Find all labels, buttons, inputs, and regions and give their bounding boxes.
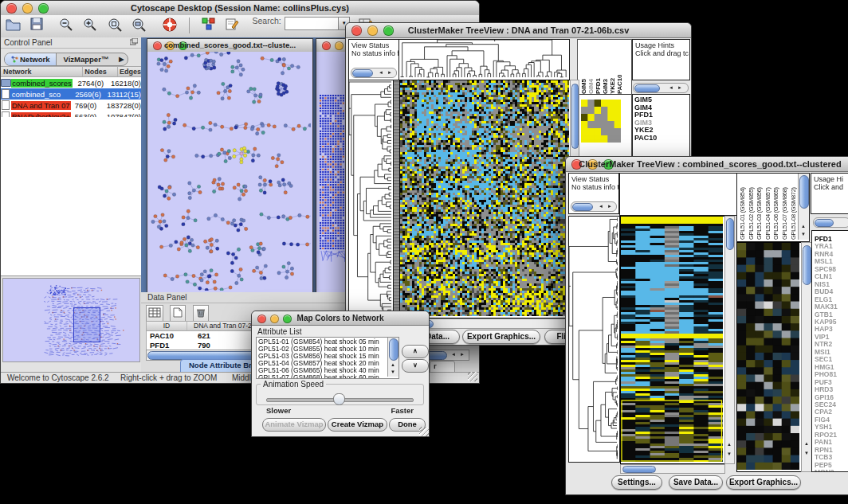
scroll-right-arrow[interactable]: ► [676,84,684,92]
animate-vizmap-button[interactable]: Animate Vizmap [262,418,326,432]
row-dendrogram-canvas[interactable] [569,217,618,460]
scroll-up-arrow[interactable]: ▲ [799,223,807,230]
scrollbar-thumb[interactable] [352,69,373,77]
tab-vizmapper[interactable]: VizMapper™ [57,53,115,65]
column-label[interactable]: GPL51-02 (GSM855) [748,174,756,240]
attribute-items[interactable]: GPL51-01 (GSM854) heat shock 05 minGPL51… [257,338,398,379]
vizmapper-icon[interactable] [202,18,216,34]
settings-button[interactable]: Settings... [611,475,662,490]
id-column-header[interactable]: ID [147,322,187,330]
export-graphics-button[interactable]: Export Graphics... [726,475,801,490]
column-label[interactable]: GPL51-06 (GSM865) [772,174,781,240]
treeview2-vscrollbar[interactable]: ▲ ▼ [724,216,735,464]
treeview2-zoom-vscrollbar[interactable]: ▲ ▼ [801,242,812,472]
search-input[interactable] [285,17,339,30]
zoom-selected-icon[interactable] [108,18,122,35]
main-heatmap-canvas[interactable] [621,217,723,462]
column-header-nodes[interactable]: Nodes [83,67,118,76]
column-label[interactable]: GIM5 [580,40,587,94]
view-status-scrollbar[interactable]: ◄ ► [351,68,397,78]
column-label[interactable]: GIM3 [602,40,609,94]
delete-attribute-icon[interactable] [193,305,209,322]
overview-viewport-rect[interactable] [73,307,100,342]
scroll-up-arrow[interactable]: ▲ [389,361,397,369]
scroll-left-arrow[interactable]: ◄ [667,84,675,92]
column-labels[interactable]: GIM5GIM4PFD1GIM3YKE2PAC10 [578,40,631,95]
scroll-left-arrow[interactable]: ◄ [377,69,385,76]
gene-list[interactable]: PFD1YRA1RNR4MSL1SPC98CLN1NIS1BUD4ELG1MAK… [812,231,848,472]
open-folder-icon[interactable] [6,18,21,34]
treeview2-main-heatmap[interactable] [620,216,725,464]
column-label[interactable]: GPL51-08 (GSM872) [790,174,799,240]
network-window-titlebar[interactable]: combined_scores_good.txt--cluste... [147,39,312,53]
treeview2-row-dendrogram[interactable] [568,216,620,463]
attribute-item[interactable]: GPL51-07 (GSM868) heat shock 60 min [257,374,398,379]
scroll-left-arrow[interactable]: ◄ [450,351,457,358]
tab-partial[interactable]: r [430,361,455,373]
scrollbar-thumb[interactable] [726,218,734,250]
row-dendrogram-canvas[interactable] [349,80,392,315]
scroll-up-arrow[interactable]: ▲ [725,441,733,448]
tab-network[interactable]: Network [5,53,57,65]
network-view-clustered[interactable] [147,52,312,292]
new-attribute-icon[interactable] [170,305,186,322]
tab-overflow-arrow[interactable]: ▶ [115,53,128,65]
attribute-table-icon[interactable] [146,305,163,322]
treeview1-main-heatmap[interactable] [399,80,571,318]
close-button[interactable] [322,41,331,50]
scrollbar-thumb[interactable] [803,245,811,285]
scrollbar-thumb[interactable] [571,84,579,149]
save-icon[interactable] [30,18,44,34]
scroll-right-arrow[interactable]: ► [386,69,394,76]
column-header-edges[interactable]: Edges [118,67,141,76]
column-label[interactable]: GPL51-01 (GSM854) [739,174,748,240]
column-label[interactable]: GIM4 [587,40,595,94]
view-status-scrollbar[interactable]: ◄ ► [571,201,617,212]
minimize-button[interactable] [335,41,344,50]
scroll-down-arrow[interactable]: ▼ [389,369,397,376]
scrollbar-thumb[interactable] [572,203,593,211]
scroll-down-arrow[interactable]: ▼ [803,450,811,457]
column-label[interactable]: YKE2 [609,40,616,94]
treeview2-titlebar[interactable]: ClusterMaker TreeView : combined_scores_… [566,157,848,172]
export-graphics-button[interactable]: Export Graphics... [462,330,540,344]
scrollbar-thumb[interactable] [389,338,398,361]
scroll-right-arrow[interactable]: ► [458,351,466,358]
scrollbar-thumb[interactable] [799,175,809,209]
resize-grip[interactable] [419,427,429,436]
column-header-network[interactable]: Network [1,67,83,76]
scroll-right-arrow[interactable]: ► [606,203,614,210]
treeview2-zoom-heatmap[interactable] [736,242,802,472]
network-row[interactable]: DNA and Tran 07769(0)183728(0) [1,100,141,111]
dialog-titlebar[interactable]: Map Colors to Network [252,311,429,326]
treeview2-hscrollbar[interactable] [620,464,725,474]
help-ring-icon[interactable] [163,18,178,36]
create-vizmap-button[interactable]: Create Vizmap [328,418,387,432]
scrollbar-thumb[interactable] [634,84,660,92]
zoom-out-icon[interactable] [59,18,73,35]
scroll-down-arrow[interactable]: ▼ [799,231,807,238]
scroll-up-arrow[interactable]: ▲ [803,440,811,447]
move-down-button[interactable]: ∨ [402,359,429,373]
scroll-down-arrow[interactable]: ▼ [725,451,733,458]
column-label[interactable]: PFD1 [595,40,602,94]
save-data-button[interactable]: Save Data... [669,475,723,490]
scrollbar-thumb[interactable] [622,466,656,473]
gene-list[interactable]: GIM5GIM4PFD1GIM3YKE2PAC10 [633,95,689,142]
gene-label[interactable]: MON2 [812,469,848,472]
column-label[interactable]: GPL51-07 (GSM868) [781,174,790,240]
attribute-list-scrollbar[interactable]: ▲ ▼ [387,338,398,377]
zoom-fit-icon[interactable] [132,18,146,35]
network-overview-canvas[interactable] [3,279,139,361]
zoom-heatmap-canvas[interactable] [737,243,799,470]
network-row[interactable]: combined_scores2764(0)16218(0) [1,77,141,88]
column-label[interactable]: GPL51-03 (GSM856) [756,174,764,240]
float-panel-icon[interactable] [130,37,138,48]
column-labels-scrollbar[interactable]: ▲ ▼ [798,174,809,240]
treeview1-row-dendrogram[interactable] [348,80,395,317]
main-titlebar[interactable]: Cytoscape Desktop (Session Name: collins… [1,1,479,16]
column-label[interactable]: GPL51-04 (GSM857) [764,174,773,240]
network-overview-pane[interactable] [2,278,140,362]
column-label[interactable]: PAC10 [616,40,623,94]
move-up-button[interactable]: ∧ [402,345,429,358]
